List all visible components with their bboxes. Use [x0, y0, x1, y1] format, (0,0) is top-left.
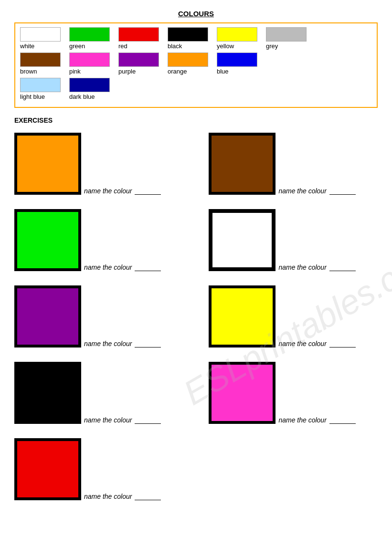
colour-item: dark blue: [69, 78, 110, 100]
colour-block-right: [209, 209, 275, 271]
colour-block-inner-left: [17, 136, 78, 192]
exercise-label-right: name the colour: [278, 187, 326, 195]
colour-item: blue: [217, 53, 257, 75]
colour-swatch: [69, 27, 110, 42]
exercise-label-right: name the colour: [278, 340, 326, 347]
colour-block-right: [209, 362, 275, 424]
colour-block-left: [14, 285, 81, 347]
colour-item: white: [20, 27, 61, 50]
exercise-item-left: name the colour: [14, 438, 161, 500]
colour-item: purple: [118, 53, 159, 75]
exercise-item-right: name the colour: [209, 133, 355, 195]
colour-label: pink: [69, 68, 81, 75]
answer-input-right[interactable]: [329, 263, 356, 271]
answer-input-right[interactable]: [329, 415, 356, 424]
colour-swatch: [217, 27, 257, 42]
colour-item: pink: [69, 53, 110, 75]
exercise-label-left: name the colour: [84, 416, 132, 424]
colour-item: black: [168, 27, 208, 50]
page-title: COLOURS: [14, 10, 378, 18]
colour-label: blue: [217, 68, 229, 75]
colour-block-right: [209, 285, 275, 347]
colour-block-inner-left: [17, 212, 78, 268]
colour-label: green: [69, 42, 85, 50]
colour-item: yellow: [217, 27, 257, 50]
exercises-section: ESLprintables.com name the colourname th…: [14, 133, 378, 515]
colour-label: brown: [20, 68, 37, 75]
colour-swatch: [118, 53, 159, 67]
colour-block-right: [209, 133, 275, 195]
answer-input-left[interactable]: [135, 415, 161, 424]
colour-label: dark blue: [69, 93, 95, 100]
colour-swatch: [69, 78, 110, 92]
exercise-item-left: name the colour: [14, 209, 161, 271]
colour-block-inner-right: [212, 136, 273, 192]
colours-table: whitegreenredblackyellowgrey brownpinkpu…: [14, 22, 378, 108]
colour-label: orange: [168, 68, 187, 75]
colour-swatch: [20, 53, 61, 67]
exercise-row: name the colour: [14, 438, 378, 500]
colour-swatch: [168, 53, 208, 67]
exercises-grid: name the colourname the colourname the c…: [14, 133, 378, 515]
colour-block-inner-right: [212, 288, 273, 345]
colour-block-inner-left: [17, 288, 78, 345]
colour-row-2: brownpinkpurpleorangeblue: [20, 53, 372, 75]
colour-item: red: [118, 27, 159, 50]
exercise-label-left: name the colour: [84, 263, 132, 271]
exercise-item-right: name the colour: [209, 285, 355, 347]
colour-row-1: whitegreenredblackyellowgrey: [20, 27, 372, 50]
colour-swatch: [266, 27, 307, 42]
exercise-label-right: name the colour: [278, 416, 326, 424]
colour-label: black: [168, 42, 182, 50]
exercise-row: name the colourname the colour: [14, 209, 378, 271]
colour-swatch: [20, 78, 61, 92]
colour-block-inner-left: [17, 441, 78, 497]
exercise-label-left: name the colour: [84, 493, 132, 500]
colour-item: grey: [266, 27, 307, 50]
colour-swatch: [118, 27, 159, 42]
exercises-title: EXERCISES: [14, 116, 378, 124]
colour-block-inner-right: [212, 212, 273, 268]
exercise-item-left: name the colour: [14, 362, 161, 424]
colour-block-inner-right: [212, 365, 273, 421]
exercise-row: name the colourname the colour: [14, 133, 378, 195]
colour-block-left: [14, 362, 81, 424]
exercise-row: name the colourname the colour: [14, 285, 378, 347]
colour-swatch: [69, 53, 110, 67]
colour-label: grey: [266, 42, 278, 50]
colour-item: brown: [20, 53, 61, 75]
colour-label: yellow: [217, 42, 234, 50]
colour-swatch: [217, 53, 257, 67]
answer-input-left[interactable]: [135, 186, 161, 195]
exercise-label-left: name the colour: [84, 340, 132, 347]
answer-input-left[interactable]: [135, 263, 161, 271]
colour-item: orange: [168, 53, 208, 75]
exercise-label-left: name the colour: [84, 187, 132, 195]
colour-item: green: [69, 27, 110, 50]
colour-swatch: [20, 27, 61, 42]
answer-input-right[interactable]: [329, 339, 356, 347]
colour-swatch: [168, 27, 208, 42]
answer-input-right[interactable]: [329, 186, 356, 195]
colour-label: light blue: [20, 93, 45, 100]
answer-input-left[interactable]: [135, 339, 161, 347]
colour-row-3: light bluedark blue: [20, 78, 372, 100]
exercise-item-right: name the colour: [209, 209, 355, 271]
exercise-item-left: name the colour: [14, 133, 161, 195]
exercise-row: name the colourname the colour: [14, 362, 378, 424]
colour-label: white: [20, 42, 34, 50]
colour-label: purple: [118, 68, 136, 75]
colour-block-left: [14, 209, 81, 271]
colour-block-left: [14, 133, 81, 195]
colour-block-left: [14, 438, 81, 500]
exercise-item-right: name the colour: [209, 362, 355, 424]
colour-block-inner-left: [17, 365, 78, 421]
exercise-label-right: name the colour: [278, 263, 326, 271]
answer-input-left[interactable]: [135, 492, 161, 500]
colour-label: red: [118, 42, 127, 50]
exercise-item-left: name the colour: [14, 285, 161, 347]
colour-item: light blue: [20, 78, 61, 100]
